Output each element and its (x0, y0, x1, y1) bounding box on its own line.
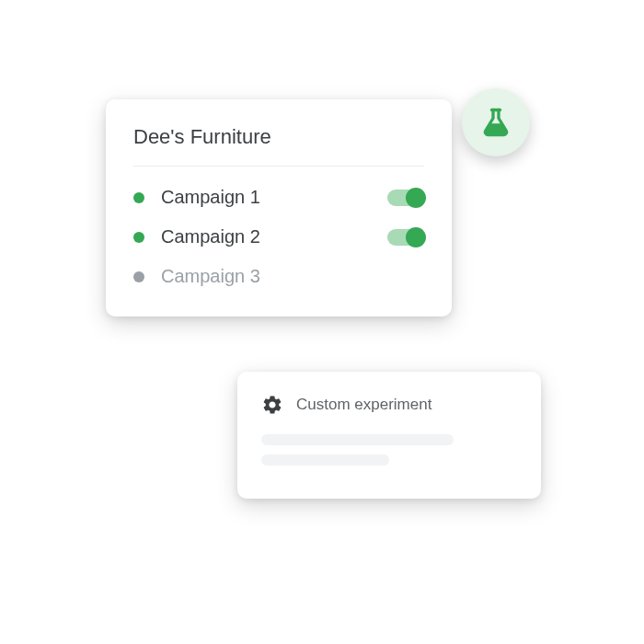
status-dot-icon (133, 271, 144, 282)
flask-icon (479, 106, 512, 139)
divider (133, 166, 424, 167)
status-dot-icon (133, 192, 144, 203)
gear-icon (261, 394, 283, 416)
toggle-knob-icon (406, 188, 426, 208)
campaign-label: Campaign 3 (161, 266, 424, 287)
experiment-card: Custom experiment (237, 372, 541, 499)
campaign-toggle[interactable] (387, 229, 424, 246)
campaign-toggle[interactable] (387, 190, 424, 206)
campaign-label: Campaign 1 (161, 187, 371, 208)
toggle-knob-icon (406, 227, 426, 247)
campaigns-card: Dee's Furniture Campaign 1 Campaign 2 Ca… (106, 99, 452, 316)
skeleton-line (261, 434, 454, 445)
campaign-label: Campaign 2 (161, 226, 371, 247)
campaign-row: Campaign 1 (133, 178, 424, 217)
experiment-header: Custom experiment (261, 394, 517, 416)
skeleton-line (261, 454, 389, 466)
experiment-badge[interactable] (462, 88, 530, 156)
status-dot-icon (133, 232, 144, 243)
campaigns-title: Dee's Furniture (133, 125, 424, 149)
campaign-row: Campaign 2 (133, 217, 424, 257)
experiment-label: Custom experiment (296, 396, 431, 414)
campaign-row: Campaign 3 (133, 257, 424, 296)
